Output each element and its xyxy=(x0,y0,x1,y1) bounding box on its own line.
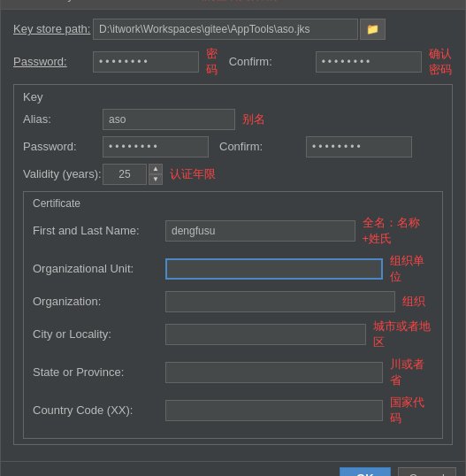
org-row: Organization: 组织 xyxy=(33,291,433,312)
alias-annotation: 别名 xyxy=(242,111,265,127)
city-annotation: 城市或者地区 xyxy=(373,319,433,350)
org-annotation: 组织 xyxy=(402,294,425,310)
ok-button[interactable]: OK xyxy=(340,467,391,477)
close-button[interactable]: ✕ xyxy=(437,0,458,4)
org-unit-annotation: 组织单位 xyxy=(390,253,433,285)
folder-browse-button[interactable]: 📁 xyxy=(360,19,386,40)
key-confirm-input[interactable] xyxy=(306,136,412,157)
org-input[interactable] xyxy=(165,291,395,312)
key-section-label: Key xyxy=(23,90,443,104)
main-password-input[interactable] xyxy=(93,51,199,73)
key-password-input[interactable] xyxy=(103,136,209,157)
keystore-path-input[interactable] xyxy=(93,19,358,40)
title-annotation: 生成的签名文件路径 xyxy=(181,0,285,4)
cancel-button[interactable]: Cancel xyxy=(398,467,456,477)
city-label: City or Locality: xyxy=(33,327,165,341)
country-input[interactable] xyxy=(165,400,383,421)
alias-label: Alias: xyxy=(23,112,103,126)
main-password-label: Password: xyxy=(13,55,93,68)
main-password-row: Password: 密码 Confirm: 确认密码 xyxy=(13,46,453,78)
alias-input[interactable] xyxy=(103,109,235,130)
key-store-icon xyxy=(8,0,22,3)
state-input[interactable] xyxy=(165,362,383,383)
dialog-new-key-store: New Key Store 生成的签名文件路径 ✕ Key store path… xyxy=(0,0,466,476)
key-password-label: Password: xyxy=(23,140,103,153)
country-label: Country Code (XX): xyxy=(33,403,165,417)
title-bar: New Key Store 生成的签名文件路径 ✕ xyxy=(1,0,465,10)
first-last-name-label: First and Last Name: xyxy=(33,224,165,237)
certificate-section: Certificate First and Last Name: 全名：名称+姓… xyxy=(23,191,443,439)
bottom-bar: https://blog.csdn.net/f_double OK Cancel xyxy=(1,461,465,477)
state-row: State or Province: 川或者省 xyxy=(33,357,433,388)
key-section: Key Alias: 别名 Password: Confirm: Validit… xyxy=(13,84,453,445)
org-unit-input[interactable] xyxy=(165,258,383,280)
validity-row: Validity (years): ▲ ▼ 认证年限 xyxy=(23,164,443,185)
folder-icon: 📁 xyxy=(366,23,379,35)
org-label: Organization: xyxy=(33,295,165,308)
dialog-title: New Key Store xyxy=(27,0,104,2)
certificate-section-label: Certificate xyxy=(33,197,433,210)
keystore-path-row: Key store path: 📁 xyxy=(13,19,453,40)
validity-input[interactable] xyxy=(103,164,147,185)
validity-label: Validity (years): xyxy=(23,167,103,180)
state-annotation: 川或者省 xyxy=(390,357,433,388)
first-last-name-input[interactable] xyxy=(165,220,355,242)
validity-annotation: 认证年限 xyxy=(170,166,216,182)
main-confirm-annotation: 确认密码 xyxy=(429,46,453,78)
title-bar-left: New Key Store xyxy=(8,0,104,3)
first-last-name-row: First and Last Name: 全名：名称+姓氏 xyxy=(33,215,433,247)
first-last-name-annotation: 全名：名称+姓氏 xyxy=(363,215,433,247)
state-label: State or Province: xyxy=(33,365,165,379)
validity-down-button[interactable]: ▼ xyxy=(149,174,163,185)
city-input[interactable] xyxy=(165,324,366,345)
key-password-row: Password: Confirm: xyxy=(23,136,443,157)
main-password-annotation: 密码 xyxy=(206,46,218,78)
validity-spinner: ▲ ▼ xyxy=(149,164,163,185)
main-confirm-label: Confirm: xyxy=(229,55,309,68)
key-confirm-label: Confirm: xyxy=(219,140,299,153)
country-row: Country Code (XX): 国家代码 xyxy=(33,395,433,426)
main-confirm-input[interactable] xyxy=(316,51,422,73)
org-unit-row: Organizational Unit: 组织单位 xyxy=(33,253,433,285)
dialog-content: Key store path: 📁 Password: 密码 Confirm: … xyxy=(1,10,465,461)
city-row: City or Locality: 城市或者地区 xyxy=(33,319,433,350)
org-unit-label: Organizational Unit: xyxy=(33,262,165,275)
country-annotation: 国家代码 xyxy=(390,395,433,426)
alias-row: Alias: 别名 xyxy=(23,109,443,130)
keystore-path-label: Key store path: xyxy=(13,22,93,35)
validity-up-button[interactable]: ▲ xyxy=(149,164,163,174)
